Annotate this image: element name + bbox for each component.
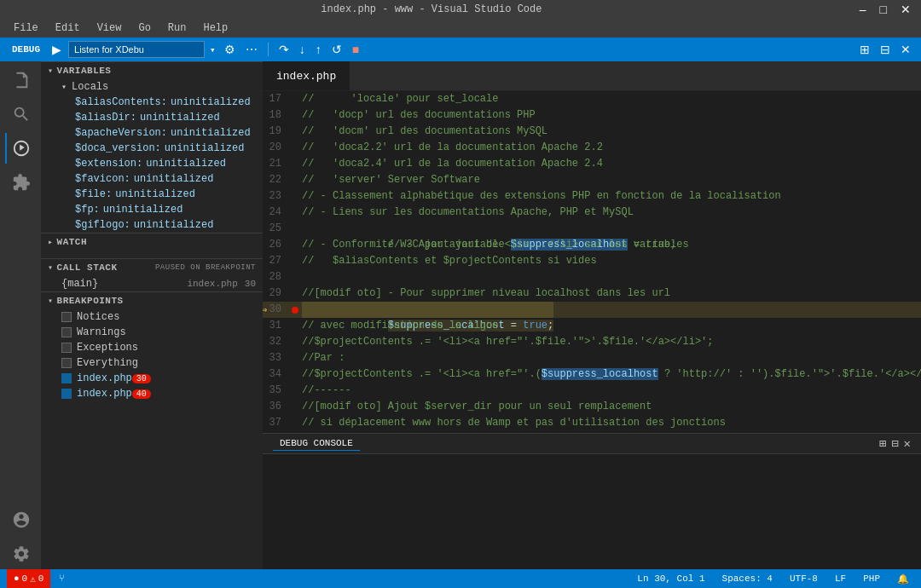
debug-more-button[interactable]: ⋯ [242,42,261,57]
close-button[interactable]: ✕ [897,2,914,17]
status-language[interactable]: PHP [858,569,885,588]
debug-continue-button[interactable]: ▶ [49,42,65,57]
debug-settings-button[interactable]: ⚙ [221,42,239,57]
debug-config-input[interactable] [68,41,205,58]
line-21: 21 // 'doca2.4' url de la documentation … [263,156,921,172]
console-collapse-icon[interactable]: ⊟ [891,436,898,451]
var-fp[interactable]: $fp: uninitialized [41,202,263,217]
status-notifications[interactable]: 🔔 [892,569,914,588]
variables-section: ▾ VARIABLES ▾ Locals $aliasContents: uni… [41,61,263,233]
status-bar: ● 0 ⚠ 0 ⑂ Ln 30, Col 1 Spaces: 4 UTF-8 L… [0,569,921,588]
tab-indexphp-label: index.php [276,70,336,83]
bp-exceptions-checkbox[interactable] [61,343,72,353]
activity-settings-icon[interactable] [5,539,36,569]
status-debug-item[interactable]: ● 0 ⚠ 0 [7,569,50,588]
call-stack-status: PAUSED ON BREAKPOINT [155,263,256,272]
line-27: 27 // $aliasContents et $projectContents… [263,253,921,269]
line-35: 35 //------ [263,383,921,399]
status-git-item[interactable]: ⑂ [54,569,70,588]
debug-step-out-button[interactable]: ↑ [312,42,325,57]
bp-indexphp-30[interactable]: index.php 30 [41,371,263,386]
debug-console: DEBUG CONSOLE ⊞ ⊟ ✕ [263,433,921,569]
breakpoints-header[interactable]: ▾ BREAKPOINTS [41,292,263,309]
bp-notices-checkbox[interactable] [61,312,72,322]
bp-indexphp-30-checkbox[interactable] [61,373,72,383]
bp-everything-checkbox[interactable] [61,358,72,368]
watch-caret-icon: ▸ [48,237,54,247]
maximize-button[interactable]: □ [877,2,890,17]
console-close-icon[interactable]: ✕ [904,436,911,451]
line-34: 34 //$projectContents .= '<li><a href="'… [263,366,921,383]
status-encoding[interactable]: UTF-8 [785,569,823,588]
var-apacheVersion[interactable]: $apacheVersion: uninitialized [41,125,263,141]
minimize-button[interactable]: – [856,2,870,17]
var-giflogo[interactable]: $giflogo: uninitialized [41,217,263,233]
bp-warnings-checkbox[interactable] [61,327,72,337]
bp-indexphp-40[interactable]: index.php 40 [41,386,263,401]
var-aliasDir-name: $aliasDir: [75,112,136,124]
menu-go[interactable]: Go [131,20,157,36]
activity-debug-icon[interactable] [5,133,36,164]
line-20: 20 // 'doca2.2' url de la documentation … [263,140,921,156]
status-cursor[interactable]: Ln 30, Col 1 [632,569,710,588]
menu-edit[interactable]: Edit [49,20,87,36]
debug-restart-button[interactable]: ↺ [328,42,345,57]
variables-header[interactable]: ▾ VARIABLES [41,62,263,79]
line-25: 25 // - Ajout variable $suppress_localho… [263,221,921,237]
menu-run[interactable]: Run [161,20,194,36]
git-branch-icon: ⑂ [59,574,65,584]
call-stack-section: ▾ CALL STACK PAUSED ON BREAKPOINT {main}… [41,258,263,291]
debug-separator [268,43,269,56]
bp-notices[interactable]: Notices [41,309,263,325]
code-editor[interactable]: 17 // 'locale' pour set_locale 18 // 'do… [263,91,921,433]
status-spaces[interactable]: Spaces: 4 [717,569,778,588]
debug-step-over-button[interactable]: ↷ [275,42,293,57]
console-tab-debug[interactable]: DEBUG CONSOLE [273,436,360,451]
menu-file[interactable]: File [7,20,45,36]
menu-help[interactable]: Help [196,20,235,36]
debug-step-into-button[interactable]: ↓ [296,42,309,57]
activity-explorer-icon[interactable] [5,65,36,95]
debug-toolbar: DEBUG ▶ ▾ ⚙ ⋯ ↷ ↓ ↑ ↺ ■ ⊞ ⊟ ✕ [0,37,921,61]
bp-everything[interactable]: Everything [41,355,263,371]
activity-bar [0,61,41,569]
status-language-label: PHP [863,574,880,584]
code-content[interactable]: 17 // 'locale' pour set_locale 18 // 'do… [263,91,921,433]
call-stack-item-main[interactable]: {main} index.php 30 [41,276,263,291]
bp-exceptions[interactable]: Exceptions [41,340,263,355]
var-favicon[interactable]: $favicon: uninitialized [41,171,263,187]
call-stack-label: CALL STACK [57,262,118,273]
bp-warnings[interactable]: Warnings [41,325,263,340]
activity-search-icon[interactable] [5,99,36,130]
breakpoints-caret-icon: ▾ [48,296,54,306]
debug-split-button[interactable]: ⊞ [856,42,873,57]
var-file[interactable]: $file: uninitialized [41,187,263,202]
locals-item[interactable]: ▾ Locals [41,79,263,95]
var-extension-name: $extension: [75,158,142,170]
activity-account-icon[interactable] [5,504,36,535]
console-maximize-icon[interactable]: ⊞ [879,436,886,451]
bp-indexphp-40-checkbox[interactable] [61,389,72,399]
call-stack-line: 30 [245,279,256,289]
bp-exceptions-label: Exceptions [77,342,138,354]
watch-header[interactable]: ▸ WATCH [41,233,263,251]
activity-extensions-icon[interactable] [5,167,36,198]
debug-stop-button[interactable]: ■ [349,42,362,57]
menu-view[interactable]: View [90,20,129,36]
call-stack-header[interactable]: ▾ CALL STACK PAUSED ON BREAKPOINT [41,259,263,276]
debug-collapse-button[interactable]: ⊟ [877,42,894,57]
status-line-ending[interactable]: LF [830,569,851,588]
debug-close-editors-button[interactable]: ✕ [897,42,914,57]
var-docaVersion[interactable]: $doca_version: uninitialized [41,141,263,156]
var-extension[interactable]: $extension: uninitialized [41,156,263,171]
line-17: 17 // 'locale' pour set_locale [263,91,921,107]
variables-caret: ▾ [48,66,54,76]
var-aliasDir[interactable]: $aliasDir: uninitialized [41,110,263,125]
var-favicon-name: $favicon: [75,173,130,185]
locals-label: Locals [72,81,108,93]
var-apacheVersion-value: uninitialized [171,127,251,139]
tab-indexphp[interactable]: index.php [263,61,350,90]
var-giflogo-name: $giflogo: [75,219,130,231]
var-aliasContents[interactable]: $aliasContents: uninitialized [41,95,263,110]
breakpoint-30-dot [292,307,298,314]
